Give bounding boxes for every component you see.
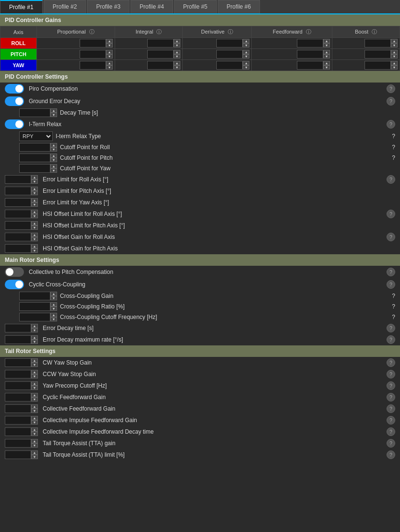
cyclic-cross-toggle[interactable]: [5, 280, 24, 289]
error-limit-pitch-down[interactable]: ▼: [31, 191, 38, 195]
error-limit-roll-up[interactable]: ▲: [31, 175, 38, 179]
collective-impulse-decay-input[interactable]: 30: [5, 427, 31, 436]
hsi-gain-roll-up[interactable]: ▲: [31, 233, 38, 237]
roll-feedforward-input[interactable]: 105: [297, 39, 323, 47]
tab-profile4[interactable]: Profile #4: [130, 0, 173, 13]
tab-profile2[interactable]: Profile #2: [44, 0, 86, 13]
tta-limit-input[interactable]: 20: [5, 450, 31, 459]
collective-impulse-input[interactable]: 0: [5, 416, 31, 425]
yaw-integral-down[interactable]: ▼: [174, 65, 180, 70]
roll-derivative-up[interactable]: ▲: [243, 39, 249, 43]
roll-feedforward-up[interactable]: ▲: [323, 39, 330, 43]
error-limit-pitch-up[interactable]: ▲: [31, 187, 38, 191]
hsi-gain-pitch-input[interactable]: 27: [5, 244, 31, 253]
cw-yaw-input[interactable]: 100: [5, 358, 31, 367]
hsi-gain-pitch-up[interactable]: ▲: [31, 244, 38, 248]
yaw-derivative-up[interactable]: ▲: [243, 61, 249, 65]
error-limit-yaw-input[interactable]: 45: [5, 198, 31, 207]
cross-ratio-help[interactable]: ?: [392, 303, 395, 310]
yaw-precomp-up[interactable]: ▲: [31, 381, 38, 386]
iterm-help-button[interactable]: ?: [387, 120, 395, 129]
tta-limit-help[interactable]: ?: [387, 450, 395, 459]
roll-proportional-up[interactable]: ▲: [106, 39, 113, 43]
cw-yaw-down[interactable]: ▼: [31, 363, 38, 367]
tta-limit-down[interactable]: ▼: [31, 455, 38, 459]
pitch-derivative-input[interactable]: 46: [216, 50, 243, 59]
pitch-integral-down[interactable]: ▼: [174, 54, 180, 59]
hsi-gain-pitch-down[interactable]: ▼: [31, 248, 38, 253]
iterm-cutoff-roll-help[interactable]: ?: [392, 144, 395, 151]
iterm-type-select[interactable]: RPY RP Y: [19, 131, 53, 141]
hsi-offset-pitch-down[interactable]: ▼: [31, 225, 38, 230]
roll-integral-down[interactable]: ▼: [174, 43, 180, 47]
yaw-boost-down[interactable]: ▼: [391, 65, 398, 70]
yaw-proportional-input[interactable]: 97: [80, 61, 106, 70]
error-limit-yaw-down[interactable]: ▼: [31, 202, 38, 207]
cross-ratio-input[interactable]: 3: [19, 302, 50, 311]
collective-impulse-up[interactable]: ▲: [31, 416, 38, 420]
iterm-type-help[interactable]: ?: [392, 133, 395, 140]
iterm-cutoff-yaw-up[interactable]: ▲: [50, 164, 57, 168]
tta-gain-up[interactable]: ▲: [31, 439, 38, 443]
cw-yaw-help[interactable]: ?: [387, 358, 395, 367]
yaw-feedforward-input[interactable]: 15: [297, 61, 323, 70]
iterm-cutoff-pitch-help[interactable]: ?: [392, 154, 395, 161]
hsi-offset-pitch-up[interactable]: ▲: [31, 221, 38, 225]
yaw-precomp-help[interactable]: ?: [387, 381, 395, 390]
iterm-cutoff-pitch-up[interactable]: ▲: [50, 154, 57, 158]
cross-gain-down[interactable]: ▼: [50, 296, 57, 300]
roll-boost-input[interactable]: 0: [365, 39, 391, 47]
error-limit-pitch-input[interactable]: 35: [5, 187, 31, 195]
ground-error-help-button[interactable]: ?: [387, 97, 395, 106]
pitch-integral-input[interactable]: 120: [147, 50, 174, 59]
ground-error-toggle[interactable]: [5, 96, 24, 106]
error-limit-yaw-up[interactable]: ▲: [31, 198, 38, 202]
piro-help-button[interactable]: ?: [387, 84, 395, 93]
yaw-proportional-down[interactable]: ▼: [106, 65, 113, 70]
collective-ff-input[interactable]: 46: [5, 404, 31, 413]
iterm-cutoff-pitch-down[interactable]: ▼: [50, 158, 57, 162]
cyclic-ff-input[interactable]: 15: [5, 393, 31, 402]
cyclic-ff-down[interactable]: ▼: [31, 397, 38, 402]
roll-integral-input[interactable]: 120: [147, 39, 174, 47]
iterm-cutoff-roll-up[interactable]: ▲: [50, 143, 57, 147]
yaw-precomp-input[interactable]: 20: [5, 381, 31, 390]
pitch-feedforward-input[interactable]: 105: [297, 50, 323, 59]
hsi-offset-roll-help[interactable]: ?: [387, 210, 395, 218]
cross-ratio-up[interactable]: ▲: [50, 302, 57, 307]
cyclic-ff-help[interactable]: ?: [387, 393, 395, 402]
error-decay-rate-help[interactable]: ?: [387, 335, 395, 344]
piro-toggle[interactable]: [5, 84, 24, 94]
iterm-cutoff-yaw-down[interactable]: ▼: [50, 168, 57, 173]
pitch-proportional-down[interactable]: ▼: [106, 54, 113, 59]
cross-gain-input[interactable]: 17: [19, 292, 50, 300]
yaw-integral-up[interactable]: ▲: [174, 61, 180, 65]
error-decay-time-input[interactable]: 15: [5, 324, 31, 332]
error-decay-rate-input[interactable]: 12: [5, 335, 31, 344]
pitch-boost-down[interactable]: ▼: [391, 54, 398, 59]
iterm-cutoff-pitch-input[interactable]: 12: [19, 154, 50, 162]
iterm-cutoff-roll-down[interactable]: ▼: [50, 147, 57, 152]
roll-proportional-input[interactable]: 35: [80, 39, 106, 47]
yaw-feedforward-down[interactable]: ▼: [323, 65, 330, 70]
error-limit-roll-down[interactable]: ▼: [31, 179, 38, 184]
roll-derivative-down[interactable]: ▼: [243, 43, 249, 47]
roll-boost-down[interactable]: ▼: [391, 43, 398, 47]
collective-pitch-help[interactable]: ?: [387, 268, 395, 276]
error-decay-rate-up[interactable]: ▲: [31, 335, 38, 340]
hsi-offset-roll-down[interactable]: ▼: [31, 214, 38, 218]
tta-gain-help[interactable]: ?: [387, 439, 395, 448]
pitch-feedforward-down[interactable]: ▼: [323, 54, 330, 59]
iterm-cutoff-yaw-input[interactable]: 12: [19, 164, 50, 173]
iterm-cutoff-roll-input[interactable]: 15: [19, 143, 50, 152]
cross-ratio-down[interactable]: ▼: [50, 307, 57, 311]
tta-gain-input[interactable]: 0: [5, 439, 31, 448]
tab-profile1[interactable]: Profile #1: [0, 0, 43, 13]
roll-derivative-input[interactable]: 5: [216, 39, 243, 47]
cyclic-cross-help[interactable]: ?: [387, 280, 395, 289]
collective-ff-up[interactable]: ▲: [31, 404, 38, 409]
decay-time-input[interactable]: 2.5: [19, 108, 50, 117]
pitch-derivative-up[interactable]: ▲: [243, 50, 249, 54]
cross-cutoff-help[interactable]: ?: [392, 314, 395, 320]
collective-impulse-decay-down[interactable]: ▼: [31, 432, 38, 436]
